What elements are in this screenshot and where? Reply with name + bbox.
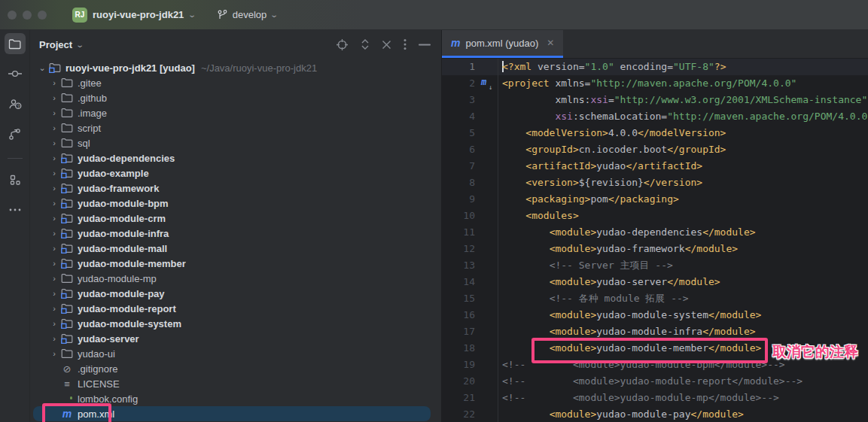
options-menu-button[interactable] — [404, 38, 407, 50]
chevron-collapsed-icon[interactable]: › — [48, 199, 60, 208]
code-line-2[interactable]: 2 m↓ <project xmlns="http://maven.apache… — [442, 75, 868, 92]
project-tool-button[interactable] — [5, 33, 26, 54]
tree-item-lombok.config[interactable]: lombok.config — [30, 391, 441, 406]
code-line-7[interactable]: 7 <artifactId>yudao</artifactId> — [442, 158, 868, 175]
branch-widget[interactable]: develop ⌄ — [217, 9, 278, 21]
code-line-9[interactable]: 9 <packaging>pom</packaging> — [442, 191, 868, 208]
code-line-3[interactable]: 3 xmlns:xsi="http://www.w3.org/2001/XMLS… — [442, 92, 868, 108]
code-line-13[interactable]: 13 <!-- Server 主项目 --> — [442, 257, 868, 274]
code-line-20[interactable]: 20 <!-- <module>yudao-module-report</mod… — [442, 373, 868, 390]
chevron-collapsed-icon[interactable]: › — [48, 334, 60, 343]
line-number[interactable]: 1 — [442, 59, 475, 75]
tree-item-LICENSE[interactable]: ≡ LICENSE — [30, 376, 441, 391]
chevron-collapsed-icon[interactable]: › — [48, 259, 60, 268]
chevron-collapsed-icon[interactable]: › — [48, 244, 60, 253]
line-number[interactable]: 12 — [442, 241, 475, 257]
line-number[interactable]: 10 — [442, 208, 475, 224]
line-number[interactable]: 7 — [442, 158, 475, 175]
tree-item-yudao-dependencies[interactable]: › yudao-dependencies — [30, 150, 441, 165]
git-tool-button[interactable] — [5, 123, 26, 144]
tree-item-.github[interactable]: › .github — [30, 90, 441, 105]
code-line-4[interactable]: 4 xsi:schemaLocation="http://maven.apach… — [442, 108, 868, 125]
chevron-collapsed-icon[interactable]: › — [48, 274, 60, 283]
tree-item-yudao-module-report[interactable]: › yudao-module-report — [30, 301, 441, 316]
code-line-16[interactable]: 16 <module>yudao-module-system</module> — [442, 307, 868, 323]
code-editor[interactable]: 1 <?xml version="1.0" encoding="UTF-8"?>… — [442, 59, 868, 422]
close-tab-icon[interactable]: ✕ — [547, 38, 554, 48]
line-number[interactable]: 3 — [442, 92, 475, 108]
code-line-21[interactable]: 21 <!-- <module>yudao-module-mp</module>… — [442, 390, 868, 406]
commit-tool-button[interactable] — [5, 63, 26, 84]
chevron-collapsed-icon[interactable]: › — [48, 319, 60, 328]
tree-item-root[interactable]: ⌄ ruoyi-vue-pro-jdk21 [yudao] ~/Java/ruo… — [30, 60, 441, 75]
chevron-collapsed-icon[interactable]: › — [48, 123, 60, 132]
line-number[interactable]: 5 — [442, 125, 475, 141]
line-number[interactable]: 13 — [442, 257, 475, 274]
minimize-window-button[interactable] — [23, 11, 32, 20]
code-line-12[interactable]: 12 <module>yudao-framework</module> — [442, 241, 868, 257]
maven-reload-icon[interactable]: m — [481, 75, 486, 89]
chevron-collapsed-icon[interactable]: › — [48, 138, 60, 147]
project-widget[interactable]: RJ ruoyi-vue-pro-jdk21 ⌄ — [72, 8, 196, 23]
code-line-1[interactable]: 1 <?xml version="1.0" encoding="UTF-8"?> — [442, 59, 868, 75]
line-number[interactable]: 21 — [442, 390, 475, 406]
panel-title[interactable]: Project — [39, 39, 72, 50]
collapse-all-button[interactable] — [382, 40, 391, 50]
structure-tool-button[interactable] — [5, 169, 26, 190]
hide-panel-button[interactable] — [419, 44, 431, 46]
tree-item-yudao-module-mp[interactable]: › yudao-module-mp — [30, 271, 441, 286]
more-tool-windows-button[interactable] — [5, 199, 26, 220]
code-line-6[interactable]: 6 <groupId>cn.iocoder.boot</groupId> — [442, 141, 868, 158]
line-number[interactable]: 11 — [442, 224, 475, 241]
line-number[interactable]: 14 — [442, 274, 475, 290]
code-line-14[interactable]: 14 <module>yudao-server</module> — [442, 274, 868, 290]
tree-item-yudao-module-member[interactable]: › yudao-module-member — [30, 256, 441, 271]
chevron-expanded-icon[interactable]: ⌄ — [36, 63, 48, 73]
chevron-collapsed-icon[interactable]: › — [48, 304, 60, 313]
line-number[interactable]: 18 — [442, 340, 475, 357]
line-number[interactable]: 8 — [442, 175, 475, 191]
line-number[interactable]: 9 — [442, 191, 475, 208]
line-number[interactable]: 22 — [442, 406, 475, 422]
tree-item-yudao-module-infra[interactable]: › yudao-module-infra — [30, 226, 441, 241]
chevron-collapsed-icon[interactable]: › — [48, 289, 60, 298]
chevron-collapsed-icon[interactable]: › — [48, 153, 60, 162]
chevron-collapsed-icon[interactable]: › — [48, 93, 60, 102]
tree-item-yudao-module-mall[interactable]: › yudao-module-mall — [30, 241, 441, 256]
tab-pom-xml[interactable]: m pom.xml (yudao) ✕ — [442, 30, 563, 58]
tree-item-yudao-framework[interactable]: › yudao-framework — [30, 181, 441, 196]
tree-item-yudao-ui[interactable]: › yudao-ui — [30, 346, 441, 361]
line-number[interactable]: 20 — [442, 373, 475, 390]
tree-item-yudao-module-bpm[interactable]: › yudao-module-bpm — [30, 196, 441, 211]
code-line-10[interactable]: 10 <modules> — [442, 208, 868, 224]
tree-item-yudao-example[interactable]: › yudao-example — [30, 165, 441, 181]
code-line-17[interactable]: 17 <module>yudao-module-infra</module> — [442, 323, 868, 340]
chevron-collapsed-icon[interactable]: › — [48, 349, 60, 358]
line-number[interactable]: 16 — [442, 307, 475, 323]
code-line-8[interactable]: 8 <version>${revision}</version> — [442, 175, 868, 191]
chevron-collapsed-icon[interactable]: › — [48, 184, 60, 193]
code-line-5[interactable]: 5 <modelVersion>4.0.0</modelVersion> — [442, 125, 868, 141]
code-line-15[interactable]: 15 <!-- 各种 module 拓展 --> — [442, 290, 868, 307]
code-line-22[interactable]: 22 <module>yudao-module-pay</module> — [442, 406, 868, 422]
maximize-window-button[interactable] — [38, 11, 47, 20]
tree-item-.gitee[interactable]: › .gitee — [30, 75, 441, 90]
tree-item-sql[interactable]: › sql — [30, 135, 441, 150]
chevron-collapsed-icon[interactable]: › — [48, 108, 60, 117]
tree-item-yudao-module-crm[interactable]: › yudao-module-crm — [30, 211, 441, 226]
chevron-collapsed-icon[interactable]: › — [48, 78, 60, 87]
locate-file-button[interactable] — [336, 38, 349, 51]
tree-item-.image[interactable]: › .image — [30, 105, 441, 120]
tree-item-pom.xml[interactable]: m pom.xml — [33, 406, 431, 421]
close-window-button[interactable] — [8, 11, 17, 20]
tree-item-yudao-server[interactable]: › yudao-server — [30, 331, 441, 346]
line-number[interactable]: 2 — [442, 75, 475, 92]
chevron-collapsed-icon[interactable]: › — [48, 229, 60, 238]
tree-item-yudao-module-system[interactable]: › yudao-module-system — [30, 316, 441, 331]
line-number[interactable]: 6 — [442, 141, 475, 158]
chevron-collapsed-icon[interactable]: › — [48, 168, 60, 178]
tree-item-.gitignore[interactable]: ⊘ .gitignore — [30, 361, 441, 376]
line-number[interactable]: 4 — [442, 108, 475, 125]
line-number[interactable]: 17 — [442, 323, 475, 340]
code-line-11[interactable]: 11 <module>yudao-dependencies</module> — [442, 224, 868, 241]
